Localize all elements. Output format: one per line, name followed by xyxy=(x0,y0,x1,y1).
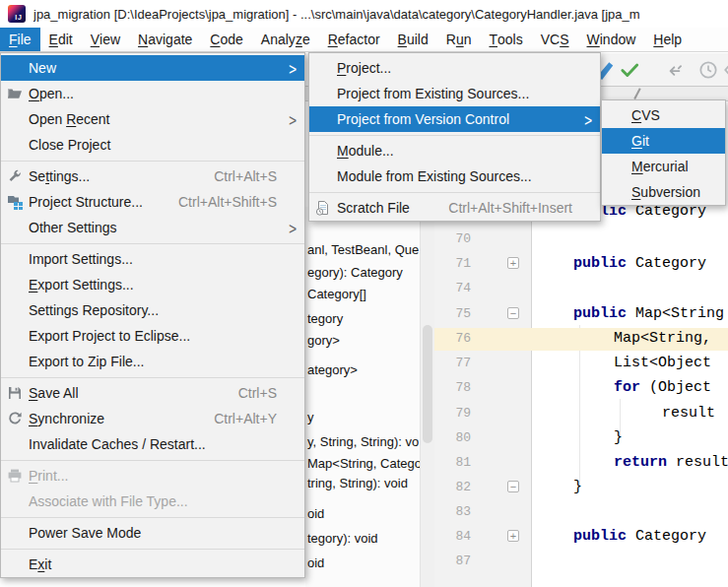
menu-item-label: Scratch File xyxy=(337,200,425,216)
menu-item-label: Synchronize xyxy=(29,411,190,426)
editor-line: 79result xyxy=(434,403,728,425)
new-submenu-item-project-from-version-control[interactable]: Project from Version Control> xyxy=(309,106,600,132)
vcs-submenu-item-cvs[interactable]: CVS xyxy=(602,102,725,128)
menubar-item-view[interactable]: View xyxy=(82,28,129,51)
structure-popup-list-item[interactable]: tring, String): void xyxy=(307,476,408,490)
collapse-left-icon[interactable] xyxy=(664,59,686,81)
menu-item-label: Open Recent xyxy=(29,111,277,127)
structure-popup-list-item[interactable]: oid xyxy=(307,555,324,570)
structure-popup-list-item[interactable]: gory> xyxy=(307,333,340,348)
menubar-item-run[interactable]: Run xyxy=(437,28,481,51)
file-menu-item-open-recent[interactable]: Open Recent> xyxy=(1,106,304,132)
structure-popup-list-item[interactable]: anl, TestBeanl, Que xyxy=(307,242,419,257)
menubar-item-navigate[interactable]: Navigate xyxy=(129,28,201,51)
vcs-submenu-item-git[interactable]: Git xyxy=(602,128,725,154)
new-submenu-item-project-from-existing-sources[interactable]: Project from Existing Sources... xyxy=(309,81,600,106)
menu-item-label: Settings Repository... xyxy=(29,302,277,318)
vcs-submenu-item-mercurial[interactable]: Mercurial xyxy=(602,154,725,179)
file-menu-item-other-settings[interactable]: Other Settings> xyxy=(1,215,304,240)
fold-expand-icon[interactable]: + xyxy=(507,530,519,542)
file-menu-separator xyxy=(1,457,304,463)
file-menu-item-power-save-mode[interactable]: Power Save Mode xyxy=(1,520,304,546)
menu-item-label: Print... xyxy=(29,468,277,484)
structure-popup-list-item[interactable]: Category[] xyxy=(307,287,366,301)
menu-item-label: Exit xyxy=(29,556,277,572)
printer-icon xyxy=(1,468,29,484)
file-menu-item-close-project[interactable]: Close Project xyxy=(1,132,304,158)
new-submenu-item-project[interactable]: Project... xyxy=(309,55,600,81)
code-text: } xyxy=(573,479,582,495)
new-submenu-item-module[interactable]: Module... xyxy=(309,138,600,163)
file-menu-item-exit[interactable]: Exit xyxy=(1,552,304,577)
file-menu-item-new[interactable]: New> xyxy=(1,55,304,81)
code-text: public Category xyxy=(573,528,706,545)
editor-line: 75−public Map<String xyxy=(434,303,728,326)
fold-collapse-icon[interactable]: − xyxy=(507,481,519,492)
code-text: return result xyxy=(614,454,728,471)
structure-popup-list-item[interactable]: y, String, String): vo xyxy=(307,434,419,449)
clock-icon[interactable] xyxy=(697,59,719,81)
file-menu-separator xyxy=(1,158,304,163)
line-number: 77 xyxy=(434,356,471,370)
menu-item-label: CVS xyxy=(631,107,697,123)
partial-arc-icon[interactable] xyxy=(722,59,728,81)
menu-item-shortcut: Ctrl+Alt+S xyxy=(214,168,277,184)
structure-popup-list-item[interactable]: tegory xyxy=(307,311,343,326)
file-menu-item-import-settings[interactable]: Import Settings... xyxy=(1,246,304,272)
code-text: public Category xyxy=(573,255,706,272)
submenu-arrow-icon: > xyxy=(580,110,592,128)
line-number: 81 xyxy=(434,455,471,470)
structure-popup-list-item[interactable]: Map<String, Catego xyxy=(307,456,420,471)
structure-popup-list-item[interactable]: y xyxy=(307,410,314,424)
fold-collapse-icon[interactable]: − xyxy=(507,307,519,319)
menubar-item-edit[interactable]: Edit xyxy=(40,28,82,51)
menu-item-label: Git xyxy=(631,133,697,149)
file-menu-item-export-settings[interactable]: Export Settings... xyxy=(1,272,304,297)
check-icon[interactable] xyxy=(619,59,640,81)
menubar-item-file[interactable]: File xyxy=(0,28,40,51)
file-menu-item-export-to-zip-file[interactable]: Export to Zip File... xyxy=(1,349,304,374)
file-menu-item-settings[interactable]: Settings...Ctrl+Alt+S xyxy=(1,163,304,189)
scrollbar-thumb[interactable] xyxy=(423,325,432,443)
file-menu-item-export-project-to-eclipse[interactable]: Export Project to Eclipse... xyxy=(1,323,304,349)
menu-item-shortcut: Ctrl+Alt+Y xyxy=(214,411,277,426)
structure-popup-list-item[interactable]: egory): Category xyxy=(307,265,403,280)
menubar-item-help[interactable]: Help xyxy=(644,28,691,51)
menubar-item-vcs[interactable]: VCS xyxy=(532,28,578,51)
menubar-item-analyze[interactable]: Analyze xyxy=(252,28,319,51)
code-text: for (Object xyxy=(614,379,711,396)
menu-item-label: Module... xyxy=(337,143,572,159)
file-menu-item-settings-repository[interactable]: Settings Repository... xyxy=(1,297,304,323)
file-menu-separator xyxy=(1,514,304,520)
menu-item-label: Export to Zip File... xyxy=(29,354,277,369)
file-menu-separator xyxy=(1,240,304,246)
new-submenu-item-scratch-file[interactable]: Scratch FileCtrl+Alt+Shift+Insert xyxy=(309,195,600,221)
file-menu-item-project-structure[interactable]: Project Structure...Ctrl+Alt+Shift+S xyxy=(1,189,304,215)
menubar-item-window[interactable]: Window xyxy=(578,28,645,51)
menubar-item-refactor[interactable]: Refactor xyxy=(319,28,389,51)
structure-popup-list-item[interactable]: oid xyxy=(307,506,324,521)
menu-item-label: Export Project to Eclipse... xyxy=(29,328,277,344)
editor-line: 71+public Category xyxy=(434,253,728,276)
fold-expand-icon[interactable]: + xyxy=(507,257,519,269)
menubar-item-code[interactable]: Code xyxy=(201,28,251,51)
file-menu-item-invalidate-caches-restart[interactable]: Invalidate Caches / Restart... xyxy=(1,431,304,457)
code-text: result xyxy=(662,405,715,422)
file-menu-item-open[interactable]: Open... xyxy=(1,81,304,106)
structure-popup-list-item[interactable]: ategory> xyxy=(307,362,358,377)
menu-item-label: Open... xyxy=(29,86,277,101)
file-menu-item-print: Print... xyxy=(1,463,304,489)
code-text: Map<String, xyxy=(614,330,720,347)
file-menu-item-save-all[interactable]: Save AllCtrl+S xyxy=(1,380,304,406)
menu-item-shortcut: Ctrl+S xyxy=(238,385,277,401)
new-submenu-item-module-from-existing-sources[interactable]: Module from Existing Sources... xyxy=(309,163,600,189)
vcs-submenu-item-subversion[interactable]: Subversion xyxy=(602,179,725,205)
file-menu-separator xyxy=(1,374,304,380)
menubar-item-build[interactable]: Build xyxy=(389,28,437,51)
structure-popup-list-item[interactable]: tegory): void xyxy=(307,531,378,546)
structure-popup-scrollbar[interactable] xyxy=(420,207,434,587)
menu-item-label: Invalidate Caches / Restart... xyxy=(29,436,277,452)
menubar-item-tools[interactable]: Tools xyxy=(480,28,531,51)
file-menu-item-synchronize[interactable]: SynchronizeCtrl+Alt+Y xyxy=(1,406,304,431)
new-submenu: Project...Project from Existing Sources.… xyxy=(308,52,601,222)
